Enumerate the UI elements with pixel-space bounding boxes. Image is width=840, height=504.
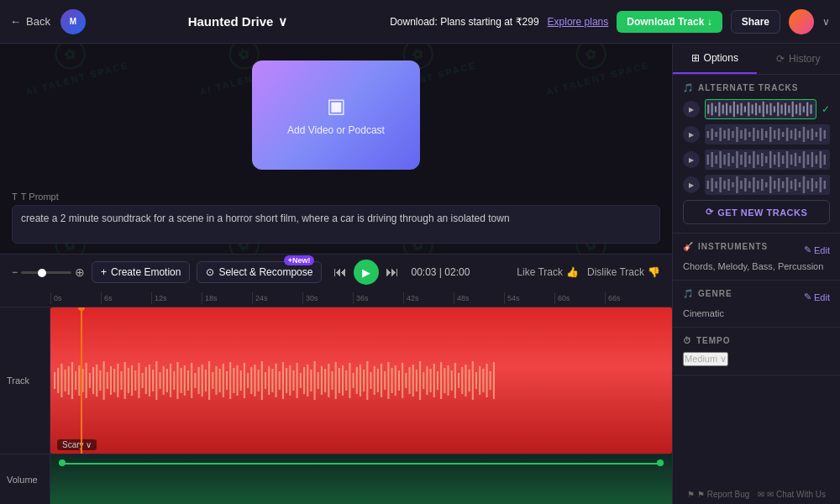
prompt-input[interactable]: create a 2 minute soundtrack for a scene… [12, 205, 660, 244]
share-button[interactable]: Share [731, 10, 780, 34]
svg-rect-132 [729, 105, 731, 113]
svg-rect-74 [314, 361, 316, 400]
track-4-waveform[interactable] [705, 175, 830, 195]
svg-rect-28 [152, 370, 154, 391]
svg-rect-193 [744, 152, 746, 167]
svg-rect-11 [92, 367, 94, 394]
genre-header: 🎵 GENRE ✎ Edit [683, 289, 830, 305]
skip-back-button[interactable]: ⏮ [332, 263, 349, 281]
video-placeholder[interactable]: ▣ Add Video or Podcast [252, 60, 420, 170]
svg-rect-190 [732, 156, 733, 163]
playback-controls: ⏮ ▶ ⏭ [332, 260, 401, 285]
svg-rect-194 [748, 155, 750, 164]
svg-rect-103 [416, 370, 417, 391]
get-new-tracks-button[interactable]: ⟳ GET NEW TRACKS [683, 200, 830, 224]
track-content[interactable]: Scary ∨ [50, 307, 672, 454]
report-bug-link[interactable]: ⚑ ⚑ Report Bug [687, 490, 749, 499]
skip-forward-button[interactable]: ⏭ [384, 263, 401, 281]
svg-rect-65 [282, 362, 284, 399]
svg-rect-229 [774, 181, 775, 189]
instruments-edit-button[interactable]: ✎ Edit [804, 244, 830, 255]
svg-rect-52 [237, 365, 239, 396]
track-1-play-button[interactable]: ▶ [683, 101, 700, 118]
chat-with-us-link[interactable]: ✉ ✉ Chat With Us [758, 490, 826, 499]
svg-rect-100 [405, 373, 407, 388]
svg-rect-201 [778, 152, 780, 167]
play-button[interactable]: ▶ [354, 260, 379, 285]
tempo-select[interactable]: Medium ∨ [683, 352, 728, 366]
svg-rect-25 [142, 373, 144, 388]
thumbs-up-icon: 👍 [566, 266, 579, 278]
track-title-button[interactable]: Haunted Drive ∨ [188, 14, 288, 29]
chat-icon: ✉ [758, 490, 764, 499]
timeline-area: 0s 6s 12s 18s 24s 30s 36s 42s 48s 54s 60… [0, 290, 672, 504]
svg-rect-239 [816, 181, 817, 188]
explore-plans-link[interactable]: Explore plans [548, 16, 609, 28]
svg-rect-41 [197, 367, 199, 394]
dislike-track-button[interactable]: Dislike Track 👎 [587, 266, 660, 278]
svg-rect-40 [194, 373, 196, 388]
tempo-section: ⏱ TEMPO Medium ∨ [673, 328, 840, 375]
zoom-in-icon[interactable]: ⊕ [75, 265, 85, 279]
svg-rect-20 [124, 362, 126, 399]
track-3-play-button[interactable]: ▶ [683, 151, 700, 168]
svg-rect-85 [353, 373, 354, 388]
volume-start-handle[interactable] [59, 459, 66, 466]
svg-rect-125 [493, 362, 495, 399]
svg-rect-106 [426, 366, 428, 395]
user-avatar[interactable] [789, 9, 814, 34]
svg-rect-9 [86, 363, 87, 398]
svg-rect-34 [173, 371, 175, 390]
chevron-down-icon: ∨ [278, 14, 287, 29]
svg-rect-110 [440, 362, 442, 399]
svg-rect-120 [475, 372, 477, 389]
download-track-button[interactable]: Download Track ↓ [617, 11, 722, 33]
svg-rect-170 [769, 127, 771, 142]
svg-rect-235 [799, 182, 801, 187]
svg-rect-186 [715, 155, 717, 164]
svg-rect-129 [718, 102, 720, 117]
track-2-play-button[interactable]: ▶ [683, 126, 700, 143]
get-new-tracks-label: GET NEW TRACKS [717, 207, 807, 218]
svg-rect-45 [212, 372, 213, 389]
back-button[interactable]: ← Back [10, 15, 50, 28]
tab-history[interactable]: ⟳ History [757, 44, 841, 74]
tempo-title: ⏱ TEMPO [683, 336, 830, 345]
svg-rect-17 [113, 369, 115, 392]
instruments-icon: 🎸 [683, 242, 694, 251]
svg-rect-66 [286, 368, 287, 393]
select-recompose-button[interactable]: +New! ⊙ Select & Recompose [197, 261, 322, 283]
tab-options[interactable]: ⊞ Options [673, 44, 757, 74]
ruler-mark-48s: 48s [454, 292, 504, 304]
track-1-waveform[interactable] [705, 99, 816, 119]
volume-end-handle[interactable] [657, 459, 664, 466]
svg-rect-140 [759, 105, 760, 113]
track-3-waveform[interactable] [705, 150, 830, 170]
track-4-play-button[interactable]: ▶ [683, 176, 700, 193]
time-display: 00:03 | 02:00 [411, 266, 470, 278]
svg-rect-138 [752, 105, 753, 114]
zoom-out-icon[interactable]: − [12, 266, 18, 278]
ruler-marks: 0s 6s 12s 18s 24s 30s 36s 42s 48s 54s 60… [50, 292, 655, 304]
zoom-slider[interactable] [21, 271, 71, 274]
svg-rect-79 [331, 371, 333, 390]
tempo-icon: ⏱ [683, 336, 692, 345]
volume-content[interactable] [50, 454, 672, 504]
svg-rect-117 [465, 365, 466, 396]
svg-rect-152 [803, 106, 805, 112]
genre-edit-button[interactable]: ✎ Edit [804, 291, 830, 302]
track-2-waveform[interactable] [705, 124, 830, 144]
back-label: Back [26, 15, 50, 28]
svg-rect-80 [335, 362, 337, 399]
svg-rect-59 [261, 361, 263, 400]
volume-row: Volume [0, 454, 672, 504]
svg-rect-154 [810, 105, 811, 114]
svg-rect-189 [727, 153, 729, 166]
create-emotion-button[interactable]: + Create Emotion [92, 261, 190, 283]
svg-rect-150 [795, 105, 797, 114]
scary-tag[interactable]: Scary ∨ [57, 439, 97, 450]
user-menu-icon: ∨ [822, 16, 830, 28]
svg-rect-56 [250, 367, 252, 394]
like-track-button[interactable]: Like Track 👍 [517, 266, 579, 278]
main-layout: ▣ Add Video or Podcast T T Prompt create… [0, 44, 840, 504]
